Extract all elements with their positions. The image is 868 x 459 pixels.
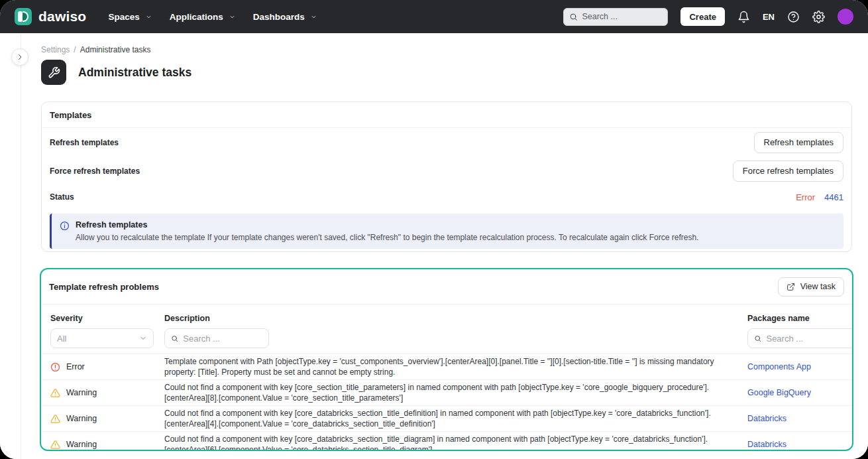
warning-icon — [50, 388, 60, 398]
force-refresh-templates-row: Force refresh templates Force refresh te… — [42, 157, 851, 185]
info-banner-title: Refresh templates — [76, 220, 698, 230]
packages-search-input[interactable] — [766, 334, 853, 344]
info-icon — [60, 221, 70, 231]
breadcrumb-current: Administrative tasks — [80, 45, 151, 54]
chevron-down-icon — [310, 13, 317, 21]
description-cell: Could not find a component with key [cor… — [164, 432, 737, 451]
dawiso-logo-icon — [15, 8, 32, 25]
severity-filter-select[interactable]: All — [50, 328, 154, 348]
nav-menu-dashboards-label: Dashboards — [253, 12, 305, 22]
severity-filter-value: All — [57, 334, 66, 344]
column-packages-name: Packages name — [747, 314, 852, 323]
wrench-icon — [41, 60, 66, 85]
status-label: Status — [50, 192, 74, 202]
severity-label: Warning — [66, 440, 97, 449]
chevron-down-icon — [145, 13, 152, 21]
problems-card-title: Template refresh problems — [49, 282, 159, 292]
status-row: Status Error 4461 — [42, 185, 851, 209]
warning-icon — [50, 414, 60, 424]
description-cell: Could not find a component with key [cor… — [164, 380, 737, 405]
table-column-headers: Severity Description Packages name — [41, 304, 852, 323]
templates-card-title: Templates — [42, 102, 851, 128]
problems-card-header: Template refresh problems View task — [41, 269, 852, 304]
page-title: Administrative tasks — [78, 66, 191, 80]
column-severity: Severity — [50, 314, 154, 323]
help-icon[interactable] — [787, 11, 800, 23]
table-row[interactable]: Warning Could not find a component with … — [41, 379, 852, 405]
global-search-input[interactable] — [582, 12, 662, 21]
description-search[interactable] — [164, 328, 269, 348]
main-content: Settings / Administrative tasks Administ… — [21, 33, 868, 459]
bell-icon[interactable] — [737, 11, 750, 23]
breadcrumb-settings[interactable]: Settings — [41, 45, 70, 54]
templates-card: Templates Refresh templates Refresh temp… — [41, 101, 852, 252]
nav-menu-spaces-label: Spaces — [108, 12, 139, 22]
table-row[interactable]: Warning Could not find a component with … — [41, 405, 852, 431]
status-error-count[interactable]: 4461 — [824, 192, 843, 202]
search-icon — [171, 334, 178, 343]
logo-text: dawiso — [38, 9, 86, 25]
sidebar-expand-button[interactable] — [11, 48, 28, 66]
gear-icon[interactable] — [812, 11, 825, 23]
template-refresh-problems-card: Template refresh problems View task Seve… — [40, 268, 853, 451]
severity-cell: Error — [50, 362, 154, 372]
force-refresh-templates-label: Force refresh templates — [50, 166, 140, 176]
refresh-templates-label: Refresh templates — [50, 138, 119, 147]
search-icon — [754, 334, 761, 343]
breadcrumb: Settings / Administrative tasks — [41, 45, 150, 54]
severity-label: Warning — [66, 388, 97, 397]
nav-menu-applications-label: Applications — [170, 12, 223, 22]
error-icon — [50, 362, 60, 372]
package-link[interactable]: Databricks — [747, 414, 852, 423]
nav-menu-spaces[interactable]: Spaces — [99, 7, 160, 27]
page-header: Administrative tasks — [41, 60, 191, 85]
severity-label: Warning — [66, 414, 97, 423]
package-link[interactable]: Components App — [747, 362, 852, 371]
view-task-button[interactable]: View task — [778, 277, 844, 296]
refresh-templates-button[interactable]: Refresh templates — [754, 132, 844, 153]
app-window: dawiso Spaces Applications Dashboards Cr… — [0, 0, 868, 459]
view-task-label: View task — [800, 282, 836, 291]
chevron-down-icon — [139, 334, 147, 342]
severity-cell: Warning — [50, 414, 154, 424]
table-row[interactable]: Error Template component with Path [obje… — [41, 354, 852, 379]
nav-menu-dashboards[interactable]: Dashboards — [244, 7, 326, 27]
description-cell: Template component with Path [objectType… — [164, 354, 737, 379]
description-cell: Could not find a component with key [cor… — [164, 406, 737, 431]
warning-icon — [50, 440, 60, 450]
table-filters: All — [41, 328, 852, 354]
breadcrumb-separator: / — [74, 45, 76, 54]
refresh-templates-row: Refresh templates Refresh templates — [42, 128, 851, 157]
column-description: Description — [164, 314, 737, 323]
severity-cell: Warning — [50, 388, 154, 398]
severity-label: Error — [66, 362, 85, 371]
info-banner-description: Allow you to recalculate the template If… — [76, 233, 698, 242]
dawiso-logo[interactable]: dawiso — [15, 8, 86, 25]
severity-cell: Warning — [50, 440, 154, 450]
chevron-right-icon — [16, 53, 24, 61]
create-button[interactable]: Create — [680, 7, 724, 26]
package-link[interactable]: Databricks — [747, 440, 852, 449]
external-link-icon — [787, 283, 795, 291]
packages-search[interactable] — [747, 328, 853, 348]
package-link[interactable]: Google BigQuery — [747, 388, 852, 397]
collapsed-sidebar — [0, 33, 21, 459]
chevron-down-icon — [229, 13, 236, 21]
top-navbar: dawiso Spaces Applications Dashboards Cr… — [0, 0, 868, 33]
refresh-templates-info-banner: Refresh templates Allow you to recalcula… — [50, 214, 843, 249]
nav-menu-applications[interactable]: Applications — [161, 7, 244, 27]
user-avatar[interactable] — [838, 9, 853, 25]
description-search-input[interactable] — [183, 334, 262, 344]
global-search[interactable] — [563, 8, 668, 26]
search-icon — [569, 13, 578, 21]
language-selector[interactable]: EN — [763, 12, 775, 22]
table-row[interactable]: Warning Could not find a component with … — [41, 431, 852, 451]
status-error-value: Error — [796, 192, 815, 202]
force-refresh-templates-button[interactable]: Force refresh templates — [733, 161, 843, 182]
